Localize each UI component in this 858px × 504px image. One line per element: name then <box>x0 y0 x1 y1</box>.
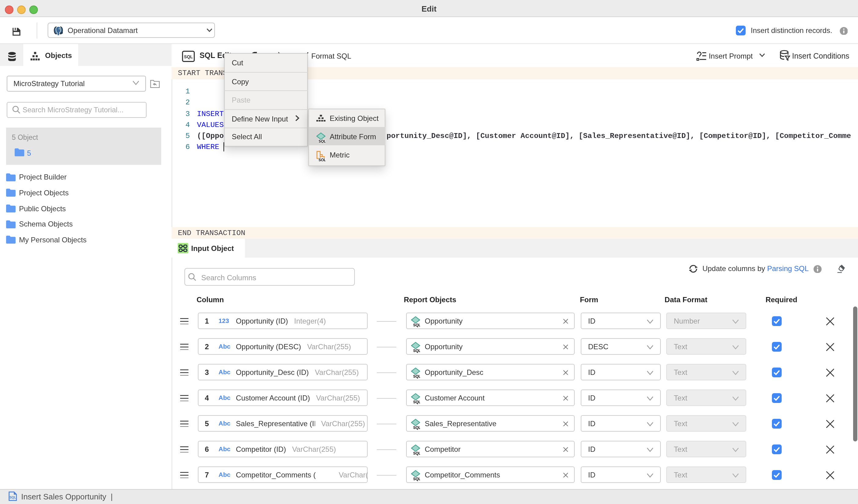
svg-text:SQL: SQL <box>413 451 420 455</box>
svg-text:SQL: SQL <box>413 323 420 327</box>
svg-text:SQL: SQL <box>10 496 16 500</box>
svg-text:SQL: SQL <box>184 54 193 59</box>
svg-text:SQL: SQL <box>413 425 420 429</box>
svg-text:SQL: SQL <box>413 348 420 353</box>
svg-text:SQL: SQL <box>319 158 326 161</box>
svg-text:SQL: SQL <box>413 477 420 481</box>
svg-text:SQL: SQL <box>413 374 420 378</box>
svg-text:SQL: SQL <box>413 400 420 404</box>
svg-text:SQL: SQL <box>319 139 326 143</box>
